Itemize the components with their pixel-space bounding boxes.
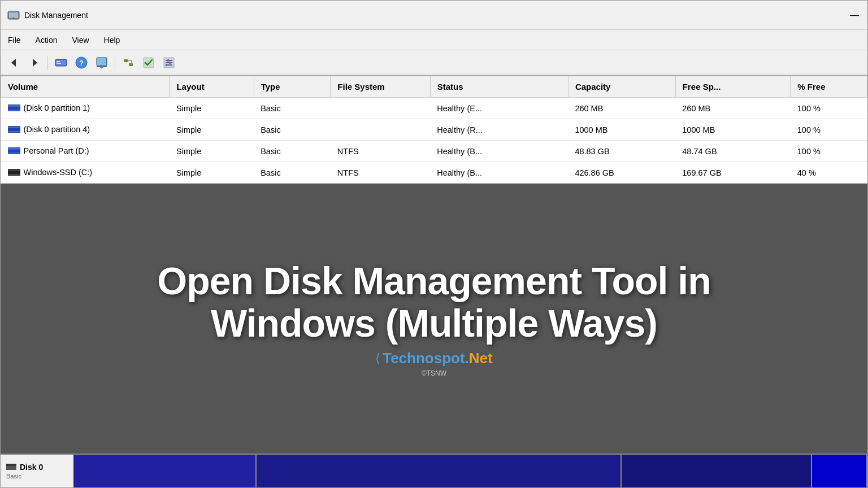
cell-filesystem: NTFS xyxy=(331,162,430,184)
check-button[interactable] xyxy=(140,54,158,71)
svg-rect-45 xyxy=(6,464,16,467)
cell-capacity: 1000 MB xyxy=(568,119,675,141)
options-button[interactable] xyxy=(160,54,178,71)
svg-marker-4 xyxy=(11,59,16,67)
toolbar: ? xyxy=(1,50,867,75)
svg-rect-36 xyxy=(8,131,20,132)
cell-filesystem xyxy=(331,119,430,141)
col-filesystem[interactable]: File System xyxy=(331,76,430,98)
menu-bar: File Action View Help xyxy=(1,30,867,50)
view-button[interactable] xyxy=(93,54,111,71)
table-row[interactable]: (Disk 0 partition 1) Simple Basic Health… xyxy=(1,98,867,119)
col-layout[interactable]: Layout xyxy=(170,76,254,98)
svg-rect-31 xyxy=(8,107,20,109)
cell-type: Basic xyxy=(254,162,331,184)
svg-rect-14 xyxy=(97,66,107,67)
cell-pctfree: 40 % xyxy=(791,162,867,184)
cell-freesp: 1000 MB xyxy=(675,119,790,141)
partition-block[interactable] xyxy=(74,455,257,487)
cell-pctfree: 100 % xyxy=(791,119,867,141)
svg-rect-40 xyxy=(8,152,20,154)
menu-action[interactable]: Action xyxy=(28,33,65,47)
partition-block[interactable] xyxy=(812,455,867,487)
svg-rect-42 xyxy=(8,169,20,171)
svg-rect-26 xyxy=(167,59,169,62)
cell-type: Basic xyxy=(254,119,331,141)
cell-volume: (Disk 0 partition 1) xyxy=(1,98,170,119)
disk-mgmt-button[interactable] xyxy=(52,54,70,71)
cell-volume: (Disk 0 partition 4) xyxy=(1,119,170,141)
cell-freesp: 260 MB xyxy=(675,98,790,119)
svg-rect-34 xyxy=(8,127,20,128)
cell-status: Healthy (B... xyxy=(430,141,568,162)
cell-layout: Simple xyxy=(170,98,254,119)
col-volume[interactable]: Volume xyxy=(1,76,170,98)
col-type[interactable]: Type xyxy=(254,76,331,98)
table-row[interactable]: Personal Part (D:) Simple Basic NTFS Hea… xyxy=(1,141,867,162)
cell-capacity: 426.86 GB xyxy=(568,162,675,184)
cell-pctfree: 100 % xyxy=(791,141,867,162)
svg-rect-13 xyxy=(97,58,106,65)
cell-capacity: 260 MB xyxy=(568,98,675,119)
svg-rect-8 xyxy=(57,61,60,62)
brand-logo-icon: ⟨ xyxy=(375,351,380,366)
window-controls: — xyxy=(841,1,867,30)
col-capacity[interactable]: Capacity xyxy=(568,76,675,98)
cell-layout: Simple xyxy=(170,162,254,184)
svg-rect-3 xyxy=(8,11,19,12)
cell-freesp: 169.67 GB xyxy=(675,162,790,184)
col-status[interactable]: Status xyxy=(430,76,568,98)
overlay-line1: Open Disk Management Tool in Windows (Mu… xyxy=(157,260,711,345)
disk-0-label: Disk 0 xyxy=(20,463,43,472)
svg-rect-44 xyxy=(8,174,20,175)
cell-filesystem: NTFS xyxy=(331,141,430,162)
window-title: Disk Management xyxy=(24,11,88,20)
svg-point-2 xyxy=(13,17,15,19)
partition-block[interactable] xyxy=(622,455,812,487)
svg-rect-9 xyxy=(57,63,61,64)
brand-copyright: ©TSNW xyxy=(157,369,711,377)
cell-volume: Windows-SSD (C:) xyxy=(1,162,170,184)
overlay-section: Open Disk Management Tool in Windows (Mu… xyxy=(1,184,867,454)
connect-button[interactable] xyxy=(119,54,137,71)
table-row[interactable]: (Disk 0 partition 4) Simple Basic Health… xyxy=(1,119,867,141)
app-icon xyxy=(7,9,20,21)
menu-help[interactable]: Help xyxy=(97,33,128,47)
svg-rect-39 xyxy=(8,150,20,152)
forward-button[interactable] xyxy=(25,54,44,71)
cell-status: Healthy (B... xyxy=(430,162,568,184)
title-bar: Disk Management — xyxy=(1,1,867,30)
disk-table-container: Volume Layout Type File System Status Ca… xyxy=(1,75,867,184)
menu-file[interactable]: File xyxy=(1,33,28,47)
svg-rect-43 xyxy=(8,172,20,173)
help-button[interactable]: ? xyxy=(72,54,90,71)
col-freesp[interactable]: Free Sp... xyxy=(675,76,790,98)
svg-rect-30 xyxy=(8,105,20,107)
cell-filesystem xyxy=(331,98,430,119)
disk-label: Disk 0 Basic xyxy=(1,455,74,487)
brand-name: Technospot. xyxy=(383,350,469,367)
cell-type: Basic xyxy=(254,98,331,119)
cell-type: Basic xyxy=(254,141,331,162)
menu-view[interactable]: View xyxy=(64,33,96,47)
overlay-content: Open Disk Management Tool in Windows (Mu… xyxy=(157,260,711,378)
table-row[interactable]: Windows-SSD (C:) Simple Basic NTFS Healt… xyxy=(1,162,867,184)
brand-line: ⟨ Technospot. Net xyxy=(157,350,711,367)
disk-table: Volume Layout Type File System Status Ca… xyxy=(1,75,867,184)
back-button[interactable] xyxy=(5,54,23,71)
minimize-button[interactable]: — xyxy=(841,1,867,30)
disk-panel: Disk 0 Basic xyxy=(1,454,867,487)
disk-partitions xyxy=(74,455,867,487)
svg-rect-28 xyxy=(166,64,167,66)
disk-0-sublabel: Basic xyxy=(6,473,67,480)
cell-layout: Simple xyxy=(170,119,254,141)
cell-capacity: 48.83 GB xyxy=(568,141,675,162)
svg-rect-35 xyxy=(8,129,20,130)
svg-marker-5 xyxy=(33,59,37,67)
col-pctfree[interactable]: % Free xyxy=(791,76,867,98)
cell-freesp: 48.74 GB xyxy=(675,141,790,162)
brand-net: Net xyxy=(469,350,493,367)
svg-rect-17 xyxy=(129,63,133,66)
svg-text:?: ? xyxy=(79,59,84,67)
partition-block[interactable] xyxy=(257,455,622,487)
